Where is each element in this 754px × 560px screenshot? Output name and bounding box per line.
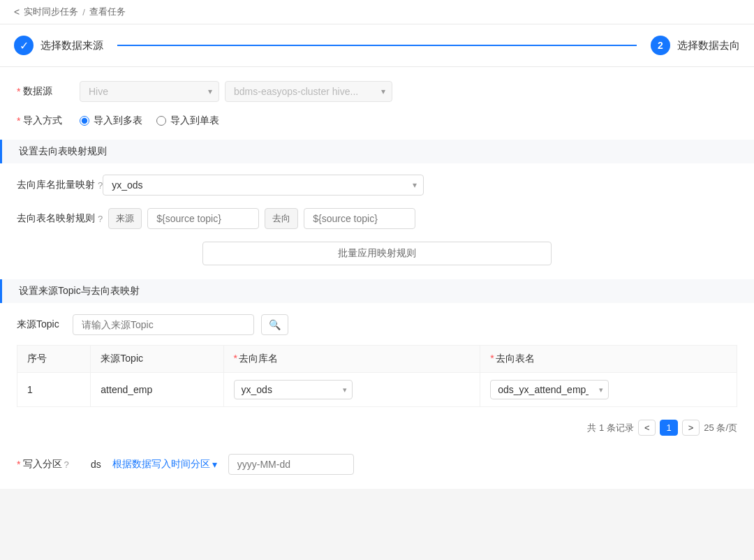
radio-multi-input[interactable] [80,116,89,126]
table-body: 1 attend_emp yx_ods ▾ ods_yx_attend_emp_… [17,373,737,407]
td-topic: attend_emp [91,373,223,407]
radio-single-label: 导入到单表 [170,115,219,127]
th-index: 序号 [17,346,91,373]
step1-item: ✓ 选择数据来源 [14,36,103,55]
pagination-next[interactable]: > [682,420,700,436]
main-content: * 数据源 Hive ▾ bdms-easyops-cluster hive..… [0,67,754,489]
step1-icon: ✓ [14,36,34,55]
required-star-3: * [17,459,20,470]
dest-table-mapping-row: 去向表名映射规则 ? 来源 去向 [17,208,737,229]
partition-value: ds [91,459,101,470]
breadcrumb-path1: 实时同步任务 [24,6,78,18]
th-dest-db: *去向库名 [223,346,480,373]
breadcrumb-path2: 查看任务 [89,6,126,18]
th-dest-table: *去向表名 [480,346,737,373]
step1-label: 选择数据来源 [40,39,103,52]
td-dest-table-select[interactable]: ods_yx_attend_emp_daily [490,380,609,399]
write-partition-label: * 写入分区 ? [17,458,80,471]
section1-header: 设置去向表映射规则 [0,140,754,163]
breadcrumb-separator: / [82,7,85,17]
td-dest-table-select-wrapper: ods_yx_attend_emp_daily ▾ [490,380,609,399]
topic-label: 来源Topic [17,318,66,331]
step2-item: 2 选择数据去向 [651,36,740,55]
partition-link-arrow-icon: ▾ [212,459,217,470]
th-topic: 来源Topic [91,346,223,373]
pagination-row: 共 1 条记录 < 1 > 25 条/页 [17,414,737,447]
source-mapping-input[interactable] [147,208,259,229]
batch-apply-btn-wrapper: 批量应用映射规则 [17,242,737,265]
td-dest-db: yx_ods ▾ [223,373,480,407]
dest-table-help-icon[interactable]: ? [98,214,103,224]
dest-table-label: 去向表名映射规则 ? [17,212,103,225]
topic-search-input[interactable] [73,314,254,335]
back-icon[interactable]: < [14,6,20,17]
dest-db-select[interactable]: yx_ods [103,175,424,196]
section2-header: 设置来源Topic与去向表映射 [0,279,754,303]
import-mode-label: * 导入方式 [17,115,80,127]
pagination-current[interactable]: 1 [660,420,677,436]
dest-db-help-icon[interactable]: ? [98,180,103,191]
radio-multi-label: 导入到多表 [94,115,142,127]
cluster-select-wrapper: bdms-easyops-cluster hive... ▾ [219,81,392,102]
datasource-select[interactable]: Hive [80,81,219,102]
topic-search-button[interactable]: 🔍 [261,314,288,335]
dest-db-select-wrapper: yx_ods ▾ [103,175,424,196]
datasource-label: * 数据源 [17,85,80,98]
radio-group: 导入到多表 导入到单表 [80,115,219,127]
datasource-row: * 数据源 Hive ▾ bdms-easyops-cluster hive..… [17,81,737,102]
mapping-table: 序号 来源Topic *去向库名 *去向表名 1 attend_emp yx_o… [17,345,737,407]
step-line [117,45,637,46]
step-header: ✓ 选择数据来源 2 选择数据去向 [0,24,754,67]
required-star-2: * [17,115,20,126]
write-partition-help-icon[interactable]: ? [64,459,68,470]
pagination-total: 共 1 条记录 [587,422,633,434]
import-mode-row: * 导入方式 导入到多表 导入到单表 [17,115,737,127]
table-row: 1 attend_emp yx_ods ▾ ods_yx_attend_emp_… [17,373,737,407]
td-dest-table: ods_yx_attend_emp_daily ▾ [480,373,737,407]
topic-search-row: 来源Topic 🔍 [17,314,737,335]
td-index: 1 [17,373,91,407]
partition-link[interactable]: 根据数据写入时间分区 ▾ [112,458,217,471]
required-star: * [17,86,20,97]
breadcrumb: < 实时同步任务 / 查看任务 [0,0,754,24]
dest-db-label: 去向库名批量映射 ? [17,179,103,191]
source-tag: 来源 [108,208,142,229]
dest-mapping-input[interactable] [304,208,415,229]
td-dest-db-select-wrapper: yx_ods ▾ [234,380,353,399]
cluster-select[interactable]: bdms-easyops-cluster hive... [225,81,392,102]
td-dest-db-select[interactable]: yx_ods [234,380,353,399]
datasource-select-wrapper: Hive ▾ [80,81,219,102]
step2-num: 2 [651,36,670,55]
dest-db-row: 去向库名批量映射 ? yx_ods ▾ [17,175,737,196]
partition-input[interactable] [228,454,354,475]
pagination-per-page: 25 条/页 [704,422,737,434]
table-header: 序号 来源Topic *去向库名 *去向表名 [17,346,737,373]
step2-label: 选择数据去向 [677,39,740,52]
write-partition-row: * 写入分区 ? ds 根据数据写入时间分区 ▾ [17,454,737,475]
radio-single-input[interactable] [156,116,166,126]
radio-multi[interactable]: 导入到多表 [80,115,142,127]
batch-apply-button[interactable]: 批量应用映射规则 [202,242,552,265]
radio-single[interactable]: 导入到单表 [156,115,219,127]
pagination-prev[interactable]: < [638,420,656,436]
search-icon: 🔍 [269,319,281,330]
dest-tag: 去向 [265,208,298,229]
